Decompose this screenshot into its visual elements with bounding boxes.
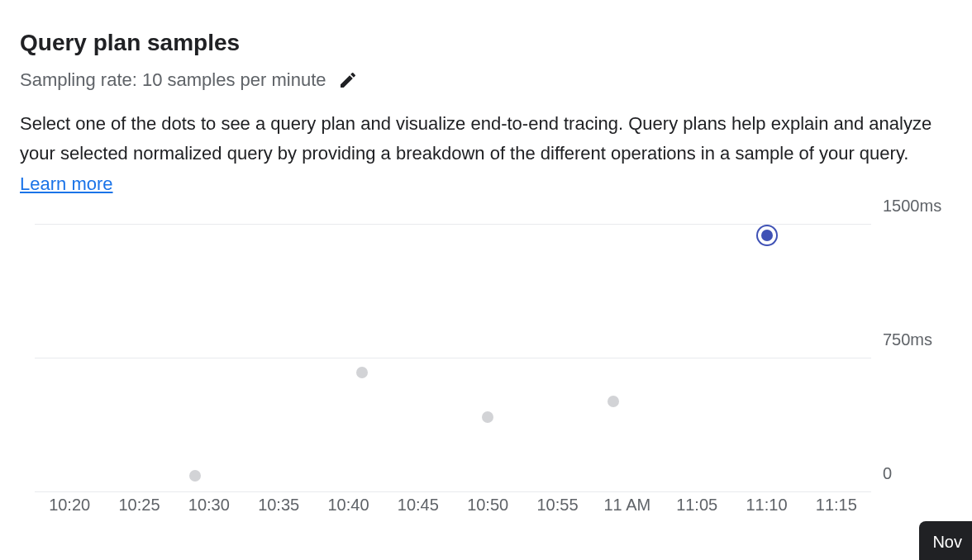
y-tick-label: 0 [871, 463, 892, 482]
x-tick-label: 11:05 [676, 496, 717, 515]
x-tick-label: 10:50 [467, 496, 508, 515]
x-tick-label: 11 AM [603, 496, 650, 515]
x-tick-label: 10:45 [398, 496, 439, 515]
gridline [35, 224, 871, 225]
sample-dot[interactable] [356, 367, 368, 378]
x-tick-label: 11:10 [746, 496, 787, 515]
sample-dot[interactable] [608, 396, 619, 407]
gridline [35, 491, 871, 492]
sample-dot-selected[interactable] [761, 230, 773, 241]
gridline [35, 358, 871, 358]
toast-text: Nov [932, 533, 962, 551]
x-tick-label: 11:15 [816, 496, 857, 515]
y-tick-label: 750ms [871, 330, 932, 349]
sampling-rate-text: Sampling rate: 10 samples per minute [20, 69, 326, 91]
x-tick-label: 10:55 [536, 496, 578, 515]
sample-dot[interactable] [189, 470, 201, 482]
learn-more-link[interactable]: Learn more [20, 173, 113, 194]
query-plan-scatter-chart: 0750ms1500ms 10:2010:2510:3010:3510:4010… [35, 224, 952, 519]
plot-area[interactable]: 0750ms1500ms [35, 224, 871, 492]
section-description: Select one of the dots to see a query pl… [20, 109, 946, 199]
pencil-icon[interactable] [338, 70, 358, 90]
sample-dot[interactable] [482, 411, 493, 423]
toast-snippet: Nov [919, 521, 972, 560]
sampling-rate-row: Sampling rate: 10 samples per minute [20, 69, 952, 91]
x-tick-label: 10:35 [258, 496, 299, 515]
x-tick-label: 10:25 [118, 496, 160, 515]
section-title: Query plan samples [20, 30, 952, 56]
x-tick-label: 10:40 [327, 496, 369, 515]
y-tick-label: 1500ms [871, 196, 941, 215]
x-tick-label: 10:30 [188, 496, 230, 515]
description-text: Select one of the dots to see a query pl… [20, 113, 932, 164]
x-tick-label: 10:20 [49, 496, 90, 515]
x-axis: 10:2010:2510:3010:3510:4010:4510:5010:55… [35, 496, 871, 519]
